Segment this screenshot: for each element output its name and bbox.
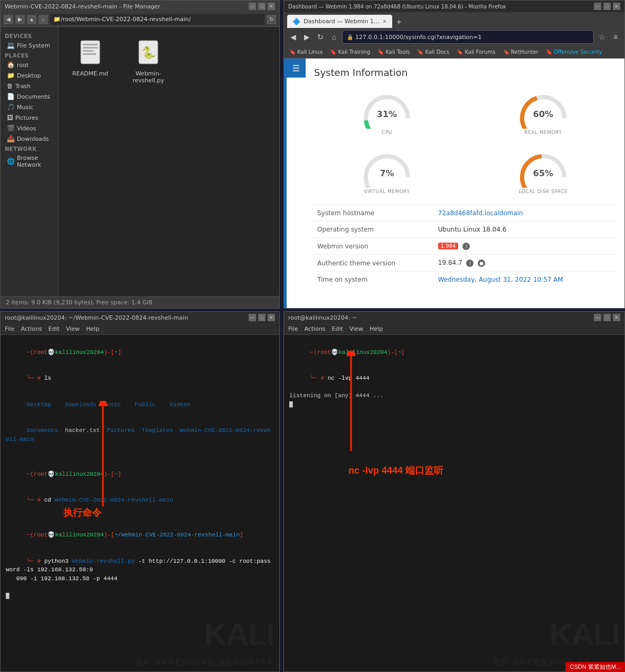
ff-home-button[interactable]: ⌂ [328, 31, 340, 43]
refresh-button[interactable]: ↻ [267, 15, 276, 24]
term2-maximize[interactable]: □ [603, 314, 611, 321]
sidebar-item-root[interactable]: 🏠 root [1, 60, 58, 70]
term2-menu-edit[interactable]: Edit [332, 325, 343, 332]
terminal-1-body[interactable]: ─(root💀kalilinux20204)-[~] └─ # ls Deskt… [1, 335, 279, 671]
file-readme[interactable]: README.md [69, 37, 111, 286]
term1-menu-help[interactable]: Help [86, 325, 99, 332]
firefox-content: ☰ System Information 31% CPU [284, 59, 624, 308]
path-bar[interactable]: 📁 /root/Webmin-CVE-2022-0824-revshell-ma… [50, 14, 264, 25]
term1-close[interactable]: ✕ [268, 314, 275, 321]
up-button[interactable]: ▲ [27, 15, 36, 24]
sidebar-item-documents[interactable]: 📄 Documents [1, 91, 58, 102]
bookmark-kali-training[interactable]: 🔖 Kali Training [328, 48, 372, 56]
term-line: ─(root💀kalilinux20204)-[~/Webmin-CVE-202… [6, 522, 274, 549]
sidebar-item-downloads[interactable]: 📥 Downloads [1, 133, 58, 144]
close-button[interactable]: ✕ [268, 3, 275, 10]
term-line: ─(root💀kalilinux20204)-[~] [6, 461, 274, 487]
maximize-button[interactable]: □ [258, 3, 266, 10]
term-line: ─(root💀kalilinux20204)-[~] [289, 339, 619, 366]
sidebar-item-music[interactable]: 🎵 Music [1, 102, 58, 112]
sysinfo-table: System hostname 72a8d468fafd.localdomain… [314, 205, 616, 287]
bookmark-kali-docs[interactable]: 🔖 Kali Docs [415, 48, 451, 56]
sidebar-item-pictures[interactable]: 🖼 Pictures [1, 112, 58, 123]
documents-label: Documents [17, 93, 50, 100]
term2-menu-help[interactable]: Help [370, 325, 383, 332]
term-nc-output: listening on [any] 4444 ... [289, 391, 619, 400]
pictures-icon: 🖼 [7, 114, 13, 121]
term-line: └─ # nc -lvp 4444 [289, 366, 619, 392]
url-text: 127.0.0.1:10000/sysinfo.cgi?xnavigation=… [355, 34, 482, 41]
term1-maximize[interactable]: □ [258, 314, 266, 321]
readme-icon [78, 37, 103, 67]
terminal-1-titlebar: root@kalilinux20204: ~/Webmin-CVE-2022-0… [1, 312, 279, 323]
term1-menu-actions[interactable]: Actions [21, 325, 42, 332]
sidebar-item-trash[interactable]: 🗑 Trash [1, 81, 58, 91]
sidebar-item-browse-network[interactable]: 🌐 Browse Network [1, 153, 58, 170]
terminal-1-window: root@kalilinux20204: ~/Webmin-CVE-2022-0… [0, 311, 280, 672]
svg-text:7%: 7% [380, 168, 394, 178]
bookmark-kali-forums[interactable]: 🔖 Kali Forums [454, 48, 497, 56]
forward-button[interactable]: ▶ [15, 15, 25, 24]
lock-icon: 🔒 [347, 34, 353, 40]
theme-update-icon[interactable]: ● [478, 260, 485, 267]
term2-close[interactable]: ✕ [613, 314, 620, 321]
term1-minimize[interactable]: ─ [249, 314, 256, 321]
music-label: Music [17, 104, 33, 111]
terminal-2-titlebar: root@kalilinux20204: ~ ─ □ ✕ [284, 312, 624, 323]
ff-maximize-button[interactable]: □ [603, 3, 611, 10]
file-manager-titlebar: Webmin-CVE-2022-0824-revshell-main - Fil… [1, 1, 279, 12]
downloads-label: Downloads [17, 136, 49, 142]
documents-icon: 📄 [7, 93, 15, 100]
bookmark-offensive-security[interactable]: 🔖 Offensive Security [544, 48, 604, 56]
webmin-revshell-label: Webmin-revshell.py [127, 70, 169, 84]
home-button[interactable]: ⌂ [39, 15, 48, 24]
term1-menu-view[interactable]: View [66, 325, 80, 332]
ff-reload-button[interactable]: ↻ [315, 31, 326, 43]
file-webmin-revshell[interactable]: 🐍 Webmin-revshell.py [127, 37, 169, 286]
svg-rect-1 [83, 44, 98, 45]
file-manager-toolbar: ◀ ▶ ▲ ⌂ 📁 /root/Webmin-CVE-2022-0824-rev… [1, 12, 279, 27]
term-line: └─ # cd Webmin-CVE-2022-0824-revshell-ma… [6, 487, 274, 514]
term2-menu-file[interactable]: File [288, 325, 298, 332]
status-text: 2 items: 9.0 KiB (9,230 bytes), Free spa… [6, 299, 153, 306]
sidebar-item-filesystem[interactable]: 💻 File System [1, 40, 58, 51]
bookmark-nethunter[interactable]: 🔖 NetHunter [501, 48, 541, 56]
back-button[interactable]: ◀ [4, 15, 13, 24]
term-cursor-2: █ [289, 400, 619, 409]
term1-menu-edit[interactable]: Edit [49, 325, 60, 332]
bookmark-kali-tools[interactable]: 🔖 Kali Tools [375, 48, 412, 56]
version-badge: 1.984 [438, 243, 459, 249]
ff-menu-button[interactable]: ≡ [610, 31, 621, 43]
desktop-label: Desktop [17, 72, 41, 79]
term-line: └─ # ls [6, 366, 274, 392]
url-bar[interactable]: 🔒 127.0.0.1:10000/sysinfo.cgi?xnavigatio… [342, 30, 594, 44]
theme-key: Authentic theme version [314, 255, 435, 272]
svg-text:🐍: 🐍 [141, 45, 156, 60]
theme-info-icon[interactable]: i [466, 260, 474, 267]
term1-menu-file[interactable]: File [5, 325, 14, 332]
firefox-window: Dashboard — Webmin 1.984 on 72a8d468 (Ub… [283, 0, 625, 309]
term-line: Documents hacker.txt Pictures Templates … [6, 418, 274, 453]
ff-forward-button[interactable]: ▶ [301, 31, 312, 43]
version-info-icon[interactable]: i [462, 243, 470, 250]
term2-minimize[interactable]: ─ [594, 314, 601, 321]
term-line [6, 453, 274, 462]
terminal-2-body[interactable]: ─(root💀kalilinux20204)-[~] └─ # nc -lvp … [284, 335, 624, 671]
sidebar-item-videos[interactable]: 🎬 Videos [1, 123, 58, 133]
tab-close-button[interactable]: ✕ [382, 18, 386, 24]
new-tab-button[interactable]: + [393, 16, 405, 28]
sidebar-item-desktop[interactable]: 📁 Desktop [1, 70, 58, 81]
firefox-tab-active[interactable]: 🔷 Dashboard — Webmin 1... ✕ [287, 15, 392, 28]
ff-bookmark-button[interactable]: ☆ [596, 31, 608, 43]
term2-menu-actions[interactable]: Actions [304, 325, 325, 332]
ff-minimize-button[interactable]: ─ [594, 3, 601, 10]
ff-close-button[interactable]: ✕ [613, 3, 620, 10]
sysinfo-row-theme: Authentic theme version 19.84.7 i ● [314, 255, 616, 272]
network-section-label: NETWORK [1, 144, 58, 153]
term2-menu-view[interactable]: View [349, 325, 363, 332]
minimize-button[interactable]: ─ [249, 3, 256, 10]
bookmark-kali-linux[interactable]: 🔖 Kali Linux [287, 48, 325, 56]
ff-back-button[interactable]: ◀ [287, 31, 299, 43]
videos-label: Videos [17, 125, 36, 132]
firefox-title: Dashboard — Webmin 1.984 on 72a8d468 (Ub… [288, 4, 506, 9]
